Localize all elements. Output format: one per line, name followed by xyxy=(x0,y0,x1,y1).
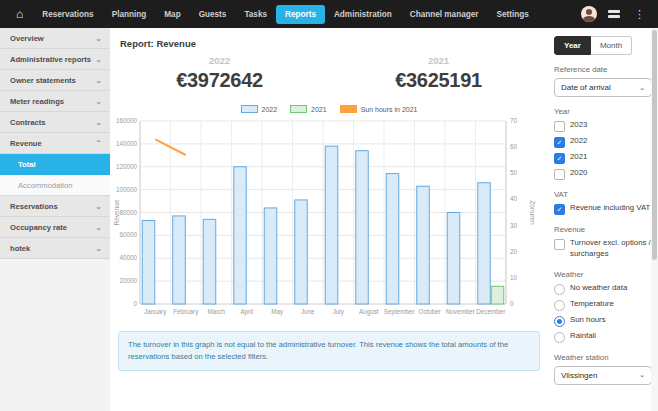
option-label: Sun hours xyxy=(570,315,606,326)
nav-item-settings[interactable]: Settings xyxy=(487,5,537,24)
home-icon[interactable]: ⌂ xyxy=(16,8,23,20)
sidebar-item-reservations[interactable]: Reservations⌄ xyxy=(0,196,110,217)
sidebar-item-occupancy-rate[interactable]: Occupancy rate⌄ xyxy=(0,217,110,238)
legend-swatch xyxy=(290,105,307,113)
sidebar-item-label: hotek xyxy=(10,244,30,253)
sidebar-item-administrative-reports[interactable]: Administrative reports⌄ xyxy=(0,49,110,70)
revenue-section-label: Revenue xyxy=(554,225,654,234)
bar-2022-january xyxy=(142,221,155,304)
sidebar-item-owner-statements[interactable]: Owner statements⌄ xyxy=(0,70,110,91)
radio-temperature[interactable]: Temperature xyxy=(554,299,654,311)
svg-text:30: 30 xyxy=(510,222,518,229)
checkbox-icon xyxy=(554,239,565,250)
checkbox-2020[interactable]: 2020 xyxy=(554,168,654,180)
bar-2022-june xyxy=(295,200,308,304)
svg-text:140000: 140000 xyxy=(116,140,138,147)
checkbox-2022[interactable]: ✓2022 xyxy=(554,136,654,148)
bar-2022-february xyxy=(173,216,186,304)
legend-item-2022[interactable]: 2022 xyxy=(241,105,278,113)
checkbox-turnover-excl-options-surcharges[interactable]: Turnover excl. options / surcharges xyxy=(554,238,654,260)
kebab-menu-icon[interactable]: ⋮ xyxy=(631,8,648,21)
nav-item-guests[interactable]: Guests xyxy=(190,5,236,24)
option-label: Temperature xyxy=(570,299,614,310)
summary-total-value: €3972642 xyxy=(110,69,329,92)
reference-date-label: Reference date xyxy=(554,65,654,74)
checkbox-2023[interactable]: 2023 xyxy=(554,120,654,132)
sidebar-item-hotek[interactable]: hotek⌄ xyxy=(0,238,110,259)
option-label: 2021 xyxy=(570,152,587,163)
nav-item-administration[interactable]: Administration xyxy=(325,5,401,24)
svg-text:60: 60 xyxy=(510,143,518,150)
option-label: Rainfall xyxy=(570,331,596,342)
sidebar-item-revenue[interactable]: Revenue⌃ xyxy=(0,133,110,154)
checkbox-2021[interactable]: ✓2021 xyxy=(554,152,654,164)
reference-date-select[interactable]: Date of arrival ⌄ xyxy=(554,78,652,97)
radio-rainfall[interactable]: Rainfall xyxy=(554,331,654,343)
chevron-down-icon: ⌄ xyxy=(95,97,102,106)
revenue-chart[interactable]: 0200004000060000800001000001200001400001… xyxy=(110,115,540,325)
sidebar-item-label: Contracts xyxy=(10,118,45,127)
checkbox-revenue-including-vat[interactable]: ✓Revenue including VAT xyxy=(554,203,654,215)
chevron-down-icon: ⌄ xyxy=(95,76,102,85)
radio-no-weather-data[interactable]: No weather data xyxy=(554,283,654,295)
svg-text:70: 70 xyxy=(510,117,518,124)
checkbox-icon: ✓ xyxy=(554,153,565,164)
summary-total-value: €3625191 xyxy=(329,69,548,92)
scrollbar xyxy=(651,28,658,411)
nav-item-tasks[interactable]: Tasks xyxy=(235,5,276,24)
scrollbar-thumb[interactable] xyxy=(652,30,657,260)
bar-2022-september xyxy=(386,174,399,304)
svg-text:April: April xyxy=(240,308,253,316)
toggle-month[interactable]: Month xyxy=(591,36,632,55)
summary-year-label: 2021 xyxy=(329,55,548,66)
nav-item-channel-manager[interactable]: Channel manager xyxy=(401,5,488,24)
svg-text:January: January xyxy=(144,308,167,316)
svg-text:July: July xyxy=(333,308,345,316)
weather-options: No weather dataTemperatureSun hoursRainf… xyxy=(554,283,654,343)
svg-text:December: December xyxy=(476,308,505,315)
toggle-year[interactable]: Year xyxy=(554,36,591,55)
legend-item-2021[interactable]: 2021 xyxy=(290,105,327,113)
svg-text:100000: 100000 xyxy=(116,186,138,193)
sidebar-item-label: Overview xyxy=(10,34,44,43)
checkbox-icon xyxy=(554,169,565,180)
radio-sun-hours[interactable]: Sun hours xyxy=(554,315,654,327)
year-summaries: 2022€39726422021€3625191 xyxy=(110,55,548,92)
sidebar-item-label: Occupancy rate xyxy=(10,223,67,232)
right-axis-title: Zonuren xyxy=(529,200,536,225)
sidebar-subitem-total[interactable]: Total xyxy=(0,154,110,175)
chevron-down-icon: ⌄ xyxy=(95,55,102,64)
svg-text:October: October xyxy=(419,308,441,315)
svg-text:20: 20 xyxy=(510,248,518,255)
weather-station-select[interactable]: Vlissingen ⌄ xyxy=(554,366,652,385)
cards-icon[interactable] xyxy=(608,10,620,18)
option-label: 2023 xyxy=(570,120,587,131)
option-label: 2020 xyxy=(570,168,587,179)
sidebar-subitem-accommodation[interactable]: Accommodation xyxy=(0,175,110,196)
bar-2022-may xyxy=(264,208,277,304)
nav-item-reservations[interactable]: Reservations xyxy=(33,5,102,24)
radio-icon xyxy=(554,300,565,311)
svg-text:50: 50 xyxy=(510,169,518,176)
sidebar-item-contracts[interactable]: Contracts⌄ xyxy=(0,112,110,133)
sidebar-item-label: Reservations xyxy=(10,202,58,211)
legend-swatch xyxy=(241,105,258,113)
nav-item-map[interactable]: Map xyxy=(155,5,189,24)
nav-item-reports[interactable]: Reports xyxy=(276,5,325,24)
radio-icon xyxy=(554,332,565,343)
option-label: 2022 xyxy=(570,136,587,147)
avatar[interactable] xyxy=(581,6,597,22)
bar-2022-november xyxy=(447,213,460,305)
sidebar-item-label: Revenue xyxy=(10,139,42,148)
weather-section-label: Weather xyxy=(554,270,654,279)
bar-2022-april xyxy=(234,167,247,304)
radio-icon xyxy=(554,316,565,327)
checkbox-icon: ✓ xyxy=(554,204,565,215)
option-label: Revenue including VAT xyxy=(570,203,650,214)
sidebar-item-overview[interactable]: Overview⌄ xyxy=(0,28,110,49)
nav-item-planning[interactable]: Planning xyxy=(103,5,156,24)
sidebar-item-meter-readings[interactable]: Meter readings⌄ xyxy=(0,91,110,112)
svg-text:0: 0 xyxy=(510,300,514,307)
legend-item-sun-hours-in-2021[interactable]: Sun hours in 2021 xyxy=(340,105,418,113)
view-toggle: YearMonth xyxy=(554,36,654,55)
